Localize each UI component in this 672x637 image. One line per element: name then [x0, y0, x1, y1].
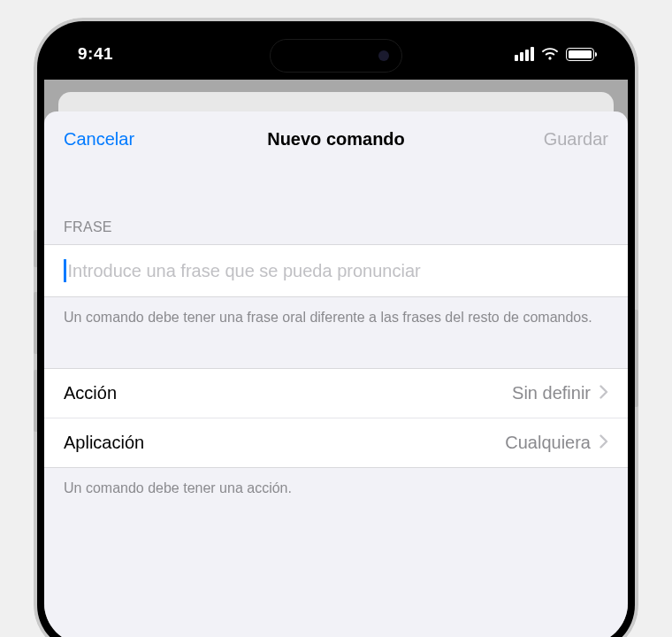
- phrase-placeholder: Introduce una frase que se pueda pronunc…: [68, 261, 421, 281]
- chevron-right-icon: [599, 383, 608, 403]
- text-cursor-icon: [64, 259, 66, 282]
- options-section-footer: Un comando debe tener una acción.: [44, 468, 628, 498]
- options-list: Acción Sin definir Aplicación Cualquiera: [44, 368, 628, 468]
- save-button[interactable]: Guardar: [511, 129, 608, 150]
- modal-sheet: Cancelar Nuevo comando Guardar FRASE Int…: [44, 111, 628, 637]
- status-time: 9:41: [78, 44, 113, 64]
- application-value: Cualquiera: [505, 433, 591, 453]
- phrase-section-header: FRASE: [44, 166, 628, 244]
- cancel-button[interactable]: Cancelar: [64, 129, 161, 150]
- chevron-right-icon: [599, 433, 608, 453]
- page-title: Nuevo comando: [161, 129, 511, 150]
- action-label: Acción: [64, 383, 117, 403]
- status-bar: 9:41: [44, 28, 628, 80]
- phone-frame: 9:41 Cancelar Nuevo: [34, 18, 638, 637]
- dynamic-island: [270, 39, 402, 73]
- phrase-section-footer: Un comando debe tener una frase oral dif…: [44, 297, 628, 327]
- status-icons: [515, 47, 594, 61]
- battery-icon: [566, 48, 594, 61]
- cellular-signal-icon: [515, 47, 534, 61]
- application-label: Aplicación: [64, 433, 144, 453]
- front-camera-icon: [378, 50, 389, 61]
- phrase-input[interactable]: Introduce una frase que se pueda pronunc…: [44, 244, 628, 297]
- wifi-icon: [541, 48, 559, 61]
- action-value: Sin definir: [512, 383, 591, 403]
- action-row[interactable]: Acción Sin definir: [44, 369, 628, 418]
- navigation-bar: Cancelar Nuevo comando Guardar: [44, 111, 628, 166]
- application-row[interactable]: Aplicación Cualquiera: [44, 418, 628, 467]
